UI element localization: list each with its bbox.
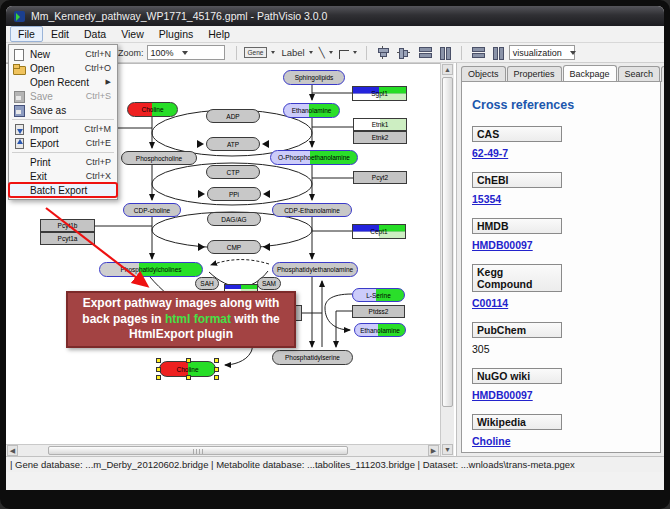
visualization-combobox[interactable]: visualization [509,45,575,60]
scroll-right-button[interactable]: ▶ [428,445,439,456]
pathway-node-phosphatidylserine[interactable]: Phosphatidylserine [272,350,353,365]
tab-backpage[interactable]: Backpage [563,65,617,81]
zoom-value: 100% [151,48,174,58]
pathway-node-sah[interactable]: SAH [195,277,219,290]
crossref-link[interactable]: 15354 [472,193,650,205]
file-menu-item-save[interactable]: SaveCtrl+S [9,89,117,103]
scroll-down-button[interactable]: ▼ [442,444,453,455]
pathway-node-adp[interactable]: ADP [206,109,260,123]
pathway-node-etnk1[interactable]: Etnk1 [353,118,407,131]
horizontal-scroll-thumb[interactable] [48,446,348,455]
pathway-node-phosphocholine[interactable]: Phosphocholine [121,151,197,165]
pathway-node-cdp-choline[interactable]: CDP-choline [123,203,181,217]
pathway-node-cdp-ethanolamine[interactable]: CDP-Ethanolamine [272,203,352,217]
menu-edit[interactable]: Edit [44,27,76,41]
node-label: PPi [229,191,239,198]
pathway-node-etnk2[interactable]: Etnk2 [353,131,407,144]
node-label: Ethanolamine [360,327,400,334]
scroll-left-button[interactable]: ◀ [7,445,18,456]
file-menu-item-new[interactable]: NewCtrl+N [9,47,117,61]
crossref-database-name: Wikipedia [472,414,562,430]
vertical-scroll-thumb[interactable] [442,77,453,407]
menu-data[interactable]: Data [77,27,113,41]
pathway-node-atp[interactable]: ATP [206,137,260,151]
crossref-link[interactable]: 62-49-7 [472,147,650,159]
align-horizontal-center-button[interactable] [376,46,389,59]
node-label: DAG/AG [221,216,246,223]
crossref-database-name: Kegg Compound [472,264,562,292]
menu-plugins[interactable]: Plugins [152,27,200,41]
export-icon [12,138,27,149]
pathway-node-l-serine[interactable]: L-Serine [352,288,405,302]
tab-properties[interactable]: Properties [507,66,562,82]
stack-horizontal-button[interactable] [439,46,452,59]
pathway-node-ethanolamine[interactable]: Ethanolamine [354,323,406,337]
tab-objects[interactable]: Objects [461,66,506,82]
crossref-section-pubchem: PubChem305 [472,322,650,355]
window-title: Mm_Kennedy_pathway_WP1771_45176.gpml - P… [31,10,327,22]
stack-vertical-button[interactable] [418,46,431,59]
gene-node-icon: Gene [244,47,268,58]
crossref-link[interactable]: HMDB00097 [472,239,650,251]
menu-view[interactable]: View [114,27,151,41]
file-menu-item-print[interactable]: PrintCtrl+P [9,155,117,169]
visualization-value: visualization [513,48,562,58]
node-label: L-Serine [366,292,391,299]
app-icon [14,11,25,22]
horizontal-scrollbar[interactable]: ◀ ▶ [6,444,440,456]
file-menu-item-save-as[interactable]: Save as [9,103,117,117]
pathway-node-choline[interactable]: Choline [159,361,216,377]
file-menu-item-import[interactable]: ImportCtrl+M [9,122,117,136]
node-label: Etnk1 [372,121,389,128]
pathway-node-ethanolamine[interactable]: Ethanolamine [283,103,340,118]
menu-file[interactable]: File [10,26,43,42]
crossref-section-kegg-compound: Kegg CompoundC00114 [472,264,650,309]
datanode-tool-button[interactable]: Gene [242,45,270,61]
connector-tool-button[interactable] [337,45,351,61]
file-menu-item-open-recent[interactable]: Open Recent▶ [9,75,117,89]
pathway-node-phosphatidylcholines[interactable]: Phosphatidylcholines [99,262,203,277]
common-width-button[interactable] [492,46,505,59]
tab-legend[interactable]: Legend [661,66,664,82]
pathway-node-ctp[interactable]: CTP [206,165,260,179]
chevron-down-icon[interactable] [271,51,275,54]
pathway-node-cept1[interactable]: Cept1 [352,224,406,239]
pathway-node-o-phosphoethanolamine[interactable]: O-Phosphoethanolamine [270,150,358,165]
pathway-node-cmp[interactable]: CMP [207,240,261,254]
crossref-link[interactable]: HMDB00097 [472,389,650,401]
zoom-combobox[interactable]: 100% [147,45,225,60]
chevron-down-icon[interactable] [353,51,357,54]
zoom-label: Zoom: [118,48,144,58]
label-tool-button[interactable]: Label [279,45,306,61]
pathway-node-pcyt1b[interactable]: Pcyt1b [40,219,95,232]
pathway-node-sgpl1[interactable]: Sgpl1 [352,86,407,101]
align-vertical-center-button[interactable] [397,46,410,59]
common-height-button[interactable] [471,46,484,59]
chevron-down-icon[interactable] [329,51,333,54]
file-menu-item-exit[interactable]: ExitCtrl+X [9,169,117,183]
pathway-node-ppi[interactable]: PPi [207,187,261,201]
node-label: Pcyt1b [58,222,78,229]
tab-search[interactable]: Search [618,66,661,82]
pathway-node-sphingolipids[interactable]: Sphingolipids [283,70,345,85]
pathway-node-ptdss2[interactable]: Ptdss2 [352,305,405,318]
pathway-node-pcyt1a[interactable]: Pcyt1a [40,232,95,245]
file-menu-item-batch-export[interactable]: Batch Export [9,183,117,197]
vertical-scrollbar[interactable]: ▲ ▼ [440,63,454,456]
line-tool-button[interactable]: ╲ [317,45,327,61]
file-menu-item-export[interactable]: ExportCtrl+E [9,136,117,150]
crossref-link[interactable]: C00114 [472,297,650,309]
scroll-up-button[interactable]: ▲ [442,64,453,75]
node-label: Phosphatidylserine [285,354,340,361]
node-label: Sphingolipids [295,74,334,81]
pathway-node-phosphatidylethanolamine[interactable]: Phosphatidylethanolamine [272,262,358,277]
pathway-node-dag-ag[interactable]: DAG/AG [207,212,261,226]
side-panel-tabs: ObjectsPropertiesBackpageSearchLegend [461,65,664,81]
crossref-link[interactable]: Choline [472,435,650,447]
pathway-node-sam[interactable]: SAM [257,277,281,290]
pathway-node-pcyt2[interactable]: Pcyt2 [353,171,407,184]
pathway-node-choline[interactable]: Choline [127,102,178,117]
chevron-down-icon[interactable] [309,51,313,54]
menu-help[interactable]: Help [201,27,237,41]
file-menu-item-open[interactable]: OpenCtrl+O [9,61,117,75]
